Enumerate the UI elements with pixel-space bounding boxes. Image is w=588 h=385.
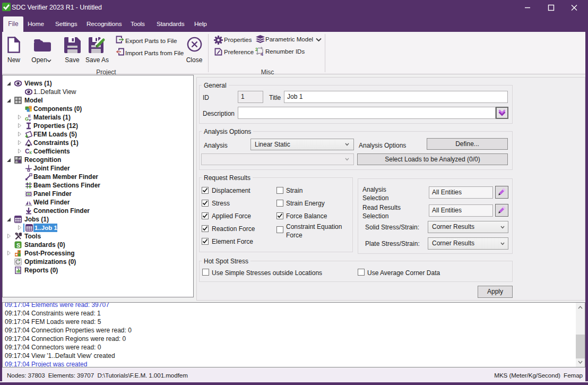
svg-text:2: 2 bbox=[255, 47, 258, 52]
svg-text:4: 4 bbox=[261, 52, 263, 56]
